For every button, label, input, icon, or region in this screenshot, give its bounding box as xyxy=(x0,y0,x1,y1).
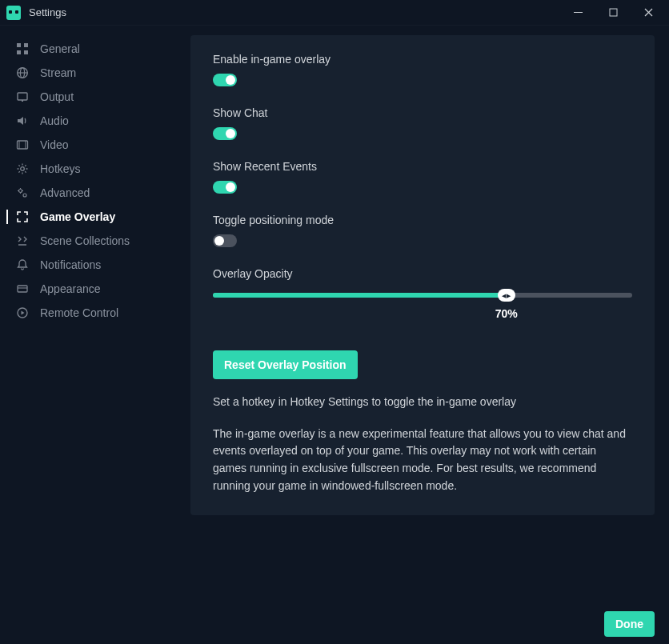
sidebar-item-stream[interactable]: Stream xyxy=(0,61,190,85)
svg-rect-7 xyxy=(24,50,28,54)
sidebar-item-remote-control[interactable]: Remote Control xyxy=(0,301,190,325)
svg-rect-6 xyxy=(17,50,21,54)
svg-rect-4 xyxy=(17,43,21,47)
sidebar-item-label: Appearance xyxy=(40,282,101,295)
appearance-icon xyxy=(16,282,29,295)
sidebar-item-label: Scene Collections xyxy=(40,234,130,247)
sidebar-item-appearance[interactable]: Appearance xyxy=(0,277,190,301)
sidebar-item-label: Video xyxy=(40,138,69,151)
sidebar-item-label: Stream xyxy=(40,66,76,79)
sidebar-item-label: Output xyxy=(40,90,74,103)
opacity-value: 70% xyxy=(495,307,518,320)
reset-overlay-button[interactable]: Reset Overlay Position xyxy=(213,350,358,379)
svg-rect-5 xyxy=(24,43,28,47)
sidebar-item-label: Advanced xyxy=(40,186,90,199)
sidebar-item-advanced[interactable]: Advanced xyxy=(0,181,190,205)
footer: Done xyxy=(0,604,669,644)
enable-overlay-toggle[interactable] xyxy=(213,74,237,86)
show-events-label: Show Recent Events xyxy=(213,160,632,173)
toggle-positioning-label: Toggle positioning mode xyxy=(213,214,632,226)
sidebar-item-general[interactable]: General xyxy=(0,37,190,61)
sidebar-item-hotkeys[interactable]: Hotkeys xyxy=(0,157,190,181)
sidebar: General Stream Output Audio Video xyxy=(0,35,190,604)
enable-overlay-label: Enable in-game overlay xyxy=(213,53,632,66)
gear-icon xyxy=(16,162,29,175)
grid-icon xyxy=(16,42,29,55)
svg-rect-13 xyxy=(18,141,28,149)
sidebar-item-label: Game Overlay xyxy=(40,210,115,223)
show-chat-toggle[interactable] xyxy=(213,127,237,140)
play-circle-icon xyxy=(16,306,29,319)
svg-point-16 xyxy=(21,167,25,171)
sidebar-item-label: Hotkeys xyxy=(40,162,81,175)
app-icon xyxy=(6,6,21,20)
svg-point-18 xyxy=(23,194,26,197)
bell-icon xyxy=(16,258,29,271)
globe-icon xyxy=(16,66,29,79)
svg-rect-12 xyxy=(22,100,23,102)
maximize-button[interactable] xyxy=(595,0,631,26)
expand-icon xyxy=(16,210,29,223)
svg-rect-1 xyxy=(610,9,617,16)
sidebar-item-video[interactable]: Video xyxy=(0,133,190,157)
opacity-slider[interactable]: ◀▶ 70% xyxy=(213,293,632,298)
titlebar: Settings xyxy=(0,0,669,26)
svg-rect-19 xyxy=(18,286,27,292)
opacity-label: Overlay Opacity xyxy=(213,267,632,280)
sidebar-item-game-overlay[interactable]: Game Overlay xyxy=(0,205,190,229)
output-icon xyxy=(16,90,29,103)
window-title: Settings xyxy=(29,6,66,18)
video-icon xyxy=(16,138,29,151)
sidebar-item-label: General xyxy=(40,42,80,55)
sidebar-item-label: Audio xyxy=(40,114,69,127)
sidebar-item-label: Notifications xyxy=(40,258,101,271)
svg-point-17 xyxy=(19,190,22,193)
audio-icon xyxy=(16,114,29,127)
gears-icon xyxy=(16,186,29,199)
toggle-positioning-toggle[interactable] xyxy=(213,234,237,247)
done-button[interactable]: Done xyxy=(604,611,655,637)
show-events-toggle[interactable] xyxy=(213,181,237,194)
svg-rect-11 xyxy=(18,93,27,100)
settings-panel: Enable in-game overlay Show Chat Show Re… xyxy=(190,35,655,515)
sidebar-item-notifications[interactable]: Notifications xyxy=(0,253,190,277)
hotkey-hint: Set a hotkey in Hotkey Settings to toggl… xyxy=(213,394,632,411)
sidebar-item-output[interactable]: Output xyxy=(0,85,190,109)
overlay-description: The in-game overlay is a new experimenta… xyxy=(213,426,632,495)
sidebar-item-label: Remote Control xyxy=(40,306,118,319)
close-button[interactable] xyxy=(631,0,666,26)
collections-icon xyxy=(16,234,29,247)
show-chat-label: Show Chat xyxy=(213,106,632,119)
minimize-button[interactable] xyxy=(560,0,595,26)
sidebar-item-scene-collections[interactable]: Scene Collections xyxy=(0,229,190,253)
sidebar-item-audio[interactable]: Audio xyxy=(0,109,190,133)
